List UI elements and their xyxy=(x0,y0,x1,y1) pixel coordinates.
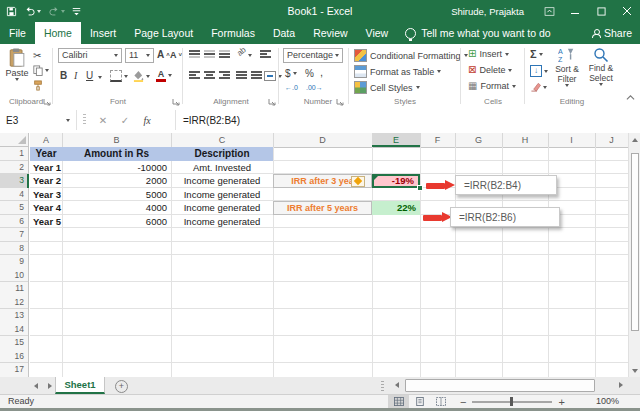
row-header-15[interactable]: 15 xyxy=(0,336,29,350)
row-header-11[interactable]: 11 xyxy=(0,282,29,296)
page-break-view-icon[interactable] xyxy=(430,395,451,408)
cell-a1[interactable]: Year xyxy=(30,147,62,161)
scroll-right-icon[interactable] xyxy=(619,382,623,388)
font-size-combo[interactable]: 11 xyxy=(125,48,154,63)
zoom-slider[interactable] xyxy=(472,401,552,403)
row-header-14[interactable]: 14 xyxy=(0,323,29,337)
column-header-a[interactable]: A xyxy=(30,133,62,147)
column-header-f[interactable]: F xyxy=(420,133,455,147)
font-color-button[interactable]: A xyxy=(156,69,172,82)
row-header-8[interactable]: 8 xyxy=(0,242,29,256)
cell-styles-button[interactable]: Cell Styles xyxy=(354,81,420,94)
cell-c6[interactable]: Income generated xyxy=(171,215,273,229)
tab-insert[interactable]: Insert xyxy=(81,22,125,44)
column-header-e[interactable]: E xyxy=(372,133,420,147)
zoom-in-icon[interactable]: + xyxy=(558,396,564,408)
cell-b2[interactable]: -10000 xyxy=(62,161,171,175)
format-cells-button[interactable]: ▦ Format xyxy=(468,81,516,91)
insert-function-icon[interactable]: fx xyxy=(136,115,158,126)
cell-c3[interactable]: Income generated xyxy=(171,174,273,188)
row-header-3[interactable]: 3 xyxy=(0,174,29,188)
tab-file[interactable]: File xyxy=(0,22,35,44)
increase-indent-button[interactable] xyxy=(251,71,262,79)
cell-c2[interactable]: Amt. Invested xyxy=(171,161,273,175)
row-header-2[interactable]: 2 xyxy=(0,161,29,175)
tell-me-box[interactable]: Tell me what you want to do xyxy=(405,22,551,44)
cell-b3[interactable]: 2000 xyxy=(62,174,171,188)
align-right-button[interactable] xyxy=(219,71,230,79)
cell-b4[interactable]: 5000 xyxy=(62,188,171,202)
autosum-button[interactable]: Σ xyxy=(530,48,543,60)
font-dialog-launcher-icon[interactable] xyxy=(172,98,180,106)
formula-bar-grip[interactable] xyxy=(83,114,86,126)
fill-color-button[interactable] xyxy=(133,70,150,82)
cut-button[interactable]: ✂ xyxy=(33,50,41,61)
cell-e3-active[interactable]: -19% xyxy=(372,174,420,188)
shrink-font-button[interactable]: A˅ xyxy=(170,50,182,60)
column-header-g[interactable]: G xyxy=(455,133,502,147)
row-header-6[interactable]: 6 xyxy=(0,215,29,229)
align-bottom-button[interactable] xyxy=(219,50,230,58)
row-header-9[interactable]: 9 xyxy=(0,255,29,269)
row-header-10[interactable]: 10 xyxy=(0,269,29,283)
maximize-button[interactable] xyxy=(588,0,614,22)
vertical-scrollbar[interactable] xyxy=(628,133,640,377)
cell-d5-irr-label[interactable]: IRR after 5 years xyxy=(273,201,372,215)
tab-formulas[interactable]: Formulas xyxy=(202,22,264,44)
insert-cells-button[interactable]: ⊞ Insert xyxy=(468,49,509,59)
formula-input[interactable]: =IRR(B2:B4) xyxy=(176,110,640,130)
cell-c5[interactable]: Income generated xyxy=(171,201,273,215)
ribbon-display-options-icon[interactable] xyxy=(536,0,562,22)
bold-button[interactable]: B xyxy=(60,70,67,81)
row-header-5[interactable]: 5 xyxy=(0,201,29,215)
clear-button[interactable] xyxy=(530,82,547,92)
format-as-table-button[interactable]: Format as Table xyxy=(354,65,441,78)
row-header-7[interactable]: 7 xyxy=(0,228,29,242)
tab-review[interactable]: Review xyxy=(304,22,356,44)
fill-handle[interactable] xyxy=(417,185,423,191)
name-box-dropdown-icon[interactable] xyxy=(66,119,70,122)
delete-cells-button[interactable]: ⊠ Delete xyxy=(468,65,512,75)
select-all-button[interactable] xyxy=(0,133,29,147)
scroll-left-icon[interactable] xyxy=(395,382,399,388)
tab-view[interactable]: View xyxy=(357,22,398,44)
cell-b1[interactable]: Amount in Rs xyxy=(62,147,171,161)
share-button[interactable]: Share xyxy=(592,22,632,44)
scroll-down-icon[interactable] xyxy=(629,364,640,377)
cell-c4[interactable]: Income generated xyxy=(171,188,273,202)
italic-button[interactable]: I xyxy=(74,70,77,81)
row-header-17[interactable]: 17 xyxy=(0,363,29,377)
decrease-indent-button[interactable] xyxy=(236,71,247,79)
align-left-button[interactable] xyxy=(189,71,200,79)
collapse-ribbon-icon[interactable] xyxy=(626,94,635,104)
cancel-icon[interactable]: ✕ xyxy=(92,115,114,126)
error-checking-icon[interactable] xyxy=(351,176,365,188)
sort-filter-button[interactable]: AZ Sort & Filter xyxy=(550,47,584,87)
percent-style-button[interactable]: % xyxy=(305,68,314,79)
orientation-dropdown-icon[interactable] xyxy=(248,54,252,57)
zoom-level[interactable]: 100% xyxy=(596,395,619,408)
number-format-combo[interactable]: Percentage xyxy=(283,48,343,63)
user-name[interactable]: Shirude, Prajakta xyxy=(451,6,524,17)
paste-button[interactable]: Paste xyxy=(4,48,30,81)
sheet-tab-sheet1[interactable]: Sheet1 xyxy=(55,377,105,394)
cell-a5[interactable]: Year 4 xyxy=(30,201,62,215)
cell-b6[interactable]: 6000 xyxy=(62,215,171,229)
prev-sheet-icon[interactable] xyxy=(34,383,38,389)
page-layout-view-icon[interactable] xyxy=(409,395,430,408)
formula-callout-1[interactable]: =IRR(B2:B4) xyxy=(455,175,557,195)
number-dialog-launcher-icon[interactable] xyxy=(336,98,344,106)
column-header-d[interactable]: D xyxy=(273,133,372,147)
comma-style-button[interactable]: , xyxy=(320,66,323,78)
row-header-4[interactable]: 4 xyxy=(0,188,29,202)
row-header-12[interactable]: 12 xyxy=(0,296,29,310)
column-header-b[interactable]: B xyxy=(62,133,171,147)
minimize-button[interactable] xyxy=(562,0,588,22)
alignment-dialog-launcher-icon[interactable] xyxy=(268,98,276,106)
copy-button[interactable] xyxy=(33,65,49,76)
close-button[interactable] xyxy=(614,0,640,22)
underline-dropdown-icon[interactable] xyxy=(98,76,102,79)
clipboard-dialog-launcher-icon[interactable] xyxy=(43,98,51,106)
formula-callout-2[interactable]: =IRR(B2:B6) xyxy=(450,207,560,227)
cell-a4[interactable]: Year 3 xyxy=(30,188,62,202)
